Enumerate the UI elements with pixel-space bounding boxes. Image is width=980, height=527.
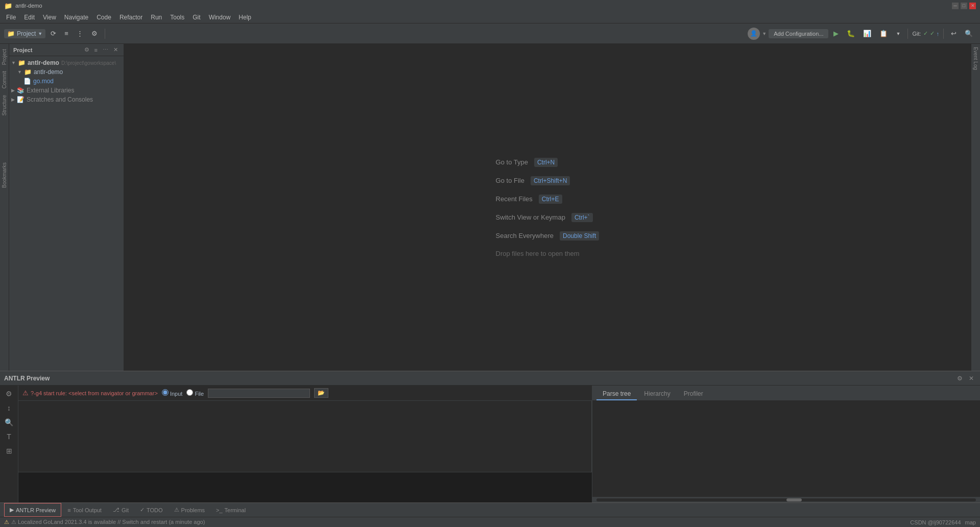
antlr-right-panel: Parse tree Hierarchy Profiler bbox=[592, 386, 980, 502]
hint-goto-type: Go to Type Ctrl+N bbox=[496, 158, 600, 167]
maximize-button[interactable]: □ bbox=[961, 3, 967, 9]
sidebar-structure-label[interactable]: Structure bbox=[1, 92, 8, 160]
undo-button[interactable]: ↩ bbox=[948, 28, 960, 39]
user-avatar[interactable]: 👤 bbox=[748, 28, 760, 40]
tree-label-root: antlr-demo bbox=[28, 59, 59, 66]
status-warning-text: ⚠ Localized GoLand 2021.3.4 is available… bbox=[11, 519, 205, 525]
tree-item-gomod[interactable]: 📄 go.mod bbox=[9, 77, 124, 86]
scrollbar-track[interactable] bbox=[596, 498, 976, 501]
menu-navigate[interactable]: Navigate bbox=[60, 13, 92, 22]
profile-button[interactable]: 📊 bbox=[860, 28, 874, 39]
menu-file[interactable]: File bbox=[2, 13, 20, 22]
antlr-file-radio[interactable] bbox=[186, 389, 193, 396]
search-button[interactable]: 🔍 bbox=[962, 28, 976, 39]
bottom-tab-git[interactable]: ⎇ Git bbox=[108, 503, 134, 517]
toolbar-settings[interactable]: ⚙ bbox=[88, 28, 101, 39]
project-panel-close[interactable]: ✕ bbox=[112, 46, 119, 54]
antlr-tool-settings[interactable]: ⚙ bbox=[4, 388, 14, 400]
hint-label-search-everywhere: Search Everywhere bbox=[496, 232, 554, 239]
debug-button[interactable]: 🐛 bbox=[844, 28, 858, 39]
bottom-panel-actions: ⚙ ✕ bbox=[955, 374, 976, 383]
terminal-tab-icon: >_ bbox=[216, 507, 223, 513]
antlr-input-radio[interactable] bbox=[162, 389, 169, 396]
scrollbar-thumb[interactable] bbox=[786, 498, 802, 501]
menu-edit[interactable]: Edit bbox=[20, 13, 39, 22]
bottom-tab-problems[interactable]: ⚠ Problems bbox=[169, 503, 210, 517]
git-label: Git: bbox=[912, 31, 921, 37]
tab-profiler[interactable]: Profiler bbox=[678, 388, 709, 400]
bottom-tab-antlr-preview[interactable]: ▶ ANTLR Preview bbox=[4, 503, 61, 517]
git-status: Git: ✓ ✓ ↑ bbox=[912, 30, 939, 37]
tree-arrow-ext-libs: ▶ bbox=[11, 88, 15, 93]
tab-parse-tree[interactable]: Parse tree bbox=[596, 388, 637, 400]
tree-item-root[interactable]: ▼ 📁 antlr-demo D:\project\goworkspace\ bbox=[9, 58, 124, 67]
antlr-tool-grid[interactable]: ⊞ bbox=[4, 445, 14, 457]
toolbar-refresh[interactable]: ⟳ bbox=[47, 28, 59, 39]
hint-search-everywhere: Search Everywhere Double Shift bbox=[496, 231, 600, 241]
right-sidebar: Event Log bbox=[971, 44, 980, 371]
tree-item-antlr-demo[interactable]: ▼ 📁 antlr-demo bbox=[9, 67, 124, 77]
sidebar-commit-label[interactable]: Commit bbox=[1, 68, 8, 91]
antlr-left-tools: ⚙ ↕ 🔍 T ⊞ bbox=[0, 386, 18, 502]
close-button[interactable]: ✕ bbox=[969, 3, 976, 9]
tree-arrow-antlr-demo: ▼ bbox=[17, 69, 22, 75]
right-sidebar-event-log[interactable]: Event Log bbox=[972, 44, 979, 73]
menu-run[interactable]: Run bbox=[147, 13, 166, 22]
antlr-scrollbar[interactable] bbox=[592, 496, 980, 502]
bottom-panel: ANTLR Preview ⚙ ✕ ⚙ ↕ 🔍 T ⊞ ⚠ ?-g4 start… bbox=[0, 371, 980, 502]
antlr-input-label-text: Input bbox=[170, 391, 182, 397]
antlr-editor-textarea[interactable] bbox=[18, 401, 592, 472]
tree-icon-scratches: 📝 bbox=[17, 96, 25, 103]
bottom-tab-terminal[interactable]: >_ Terminal bbox=[211, 503, 251, 517]
run-button[interactable]: ▶ bbox=[830, 28, 842, 39]
antlr-error-text: ?-g4 start rule: <select from navigator … bbox=[31, 390, 158, 396]
antlr-tool-search[interactable]: 🔍 bbox=[3, 416, 15, 428]
antlr-input-radio-label: Input bbox=[162, 389, 183, 397]
run-config-dropdown[interactable]: ▼ bbox=[893, 29, 903, 38]
antlr-file-path-input[interactable] bbox=[208, 389, 310, 398]
tree-icon-ext-libs: 📚 bbox=[17, 87, 25, 94]
menu-help[interactable]: Help bbox=[234, 13, 255, 22]
bottom-tab-tool-output[interactable]: ≡ Tool Output bbox=[62, 503, 107, 517]
menu-tools[interactable]: Tools bbox=[166, 13, 188, 22]
project-panel-collapse-all[interactable]: ≡ bbox=[93, 46, 99, 54]
tool-output-tab-label: Tool Output bbox=[73, 507, 102, 513]
status-warning-icon: ⚠ bbox=[4, 519, 9, 525]
avatar-dropdown[interactable]: ▼ bbox=[762, 31, 767, 36]
hint-drop-label: Drop files here to open them bbox=[496, 250, 580, 257]
project-panel-gear[interactable]: ⚙ bbox=[83, 46, 91, 54]
bottom-tab-todo[interactable]: ✓ TODO bbox=[135, 503, 168, 517]
tree-item-external-libs[interactable]: ▶ 📚 External Libraries bbox=[9, 86, 124, 95]
bottom-panel-close[interactable]: ✕ bbox=[967, 374, 976, 383]
coverage-button[interactable]: 📋 bbox=[876, 28, 891, 39]
project-panel-dots[interactable]: ⋯ bbox=[101, 46, 110, 54]
bottom-panel-settings[interactable]: ⚙ bbox=[955, 374, 965, 383]
project-dropdown-icon: ▼ bbox=[38, 31, 42, 36]
editor-hints: Go to Type Ctrl+N Go to File Ctrl+Shift+… bbox=[496, 158, 600, 257]
tab-hierarchy[interactable]: Hierarchy bbox=[638, 388, 676, 400]
sidebar-bookmarks-label[interactable]: Bookmarks bbox=[1, 159, 8, 222]
menu-code[interactable]: Code bbox=[92, 13, 115, 22]
problems-tab-icon: ⚠ bbox=[174, 507, 179, 513]
project-panel-actions: ⚙ ≡ ⋯ ✕ bbox=[83, 46, 119, 54]
toolbar-more[interactable]: ⋮ bbox=[74, 28, 86, 39]
antlr-tool-select[interactable]: ↕ bbox=[5, 402, 13, 414]
menu-refactor[interactable]: Refactor bbox=[115, 13, 147, 22]
sidebar-project-label[interactable]: Project bbox=[1, 46, 8, 68]
project-selector[interactable]: 📁 Project ▼ bbox=[4, 29, 45, 38]
minimize-button[interactable]: ─ bbox=[952, 3, 959, 9]
antlr-tabs: Parse tree Hierarchy Profiler bbox=[592, 386, 980, 401]
git-push[interactable]: ↑ bbox=[937, 31, 940, 37]
antlr-browse-button[interactable]: 📂 bbox=[314, 388, 328, 398]
menu-view[interactable]: View bbox=[39, 13, 60, 22]
antlr-tool-text[interactable]: T bbox=[5, 430, 13, 443]
title-bar-controls[interactable]: ─ □ ✕ bbox=[952, 3, 976, 9]
app-icon: 📁 bbox=[4, 2, 12, 10]
tree-item-scratches[interactable]: ▶ 📝 Scratches and Consoles bbox=[9, 95, 124, 104]
add-configuration-button[interactable]: Add Configuration... bbox=[769, 29, 828, 38]
git-check: ✓ bbox=[923, 30, 928, 37]
toolbar-collapse[interactable]: ≡ bbox=[61, 28, 71, 39]
menu-git[interactable]: Git bbox=[188, 13, 204, 22]
menu-window[interactable]: Window bbox=[205, 13, 235, 22]
project-icon: 📁 bbox=[7, 30, 15, 37]
